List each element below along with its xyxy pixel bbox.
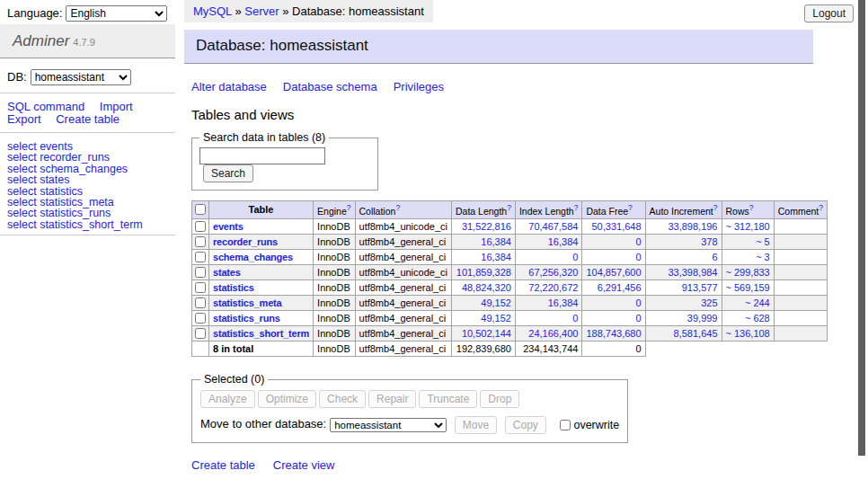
- help-link[interactable]: ?: [347, 203, 351, 212]
- check-button[interactable]: Check: [319, 390, 366, 408]
- cell-index-length-link[interactable]: 16,384: [548, 297, 579, 308]
- cell-data-length-link[interactable]: 48,824,320: [462, 282, 511, 293]
- copy-button[interactable]: Copy: [505, 416, 546, 434]
- rows-link[interactable]: ~ 569,159: [726, 282, 770, 293]
- sidebar-link-import[interactable]: Import: [100, 100, 133, 113]
- db-select[interactable]: homeassistant: [31, 69, 131, 85]
- cell-index-length-link[interactable]: 67,256,320: [528, 267, 578, 278]
- rows-link[interactable]: ~ 299,833: [726, 267, 770, 278]
- help-link[interactable]: ?: [628, 203, 633, 212]
- rows-link[interactable]: ~ 3: [756, 252, 770, 262]
- row-checkbox[interactable]: [195, 236, 206, 247]
- rows-link[interactable]: ~ 5: [756, 236, 770, 247]
- vertical-scrollbar-track[interactable]: [858, 0, 868, 488]
- cell-auto-increment: 913,577: [645, 279, 722, 295]
- row-checkbox[interactable]: [195, 297, 206, 308]
- help-link[interactable]: ?: [749, 203, 754, 212]
- cell-data-length-link[interactable]: 101,859,328: [456, 267, 511, 278]
- row-checkbox[interactable]: [195, 252, 206, 262]
- sidebar-select-statistics_short_term[interactable]: select statistics_short_term: [7, 219, 175, 230]
- cell-data-free-link[interactable]: 0: [635, 252, 641, 262]
- cell-data-length-link[interactable]: 49,152: [481, 313, 511, 324]
- rows-link[interactable]: ~ 312,180: [726, 221, 770, 232]
- cell-index-length-link[interactable]: 0: [572, 252, 578, 262]
- table-link-events[interactable]: events: [213, 221, 244, 232]
- select-all-checkbox[interactable]: [195, 204, 206, 215]
- row-checkbox[interactable]: [195, 328, 206, 339]
- row-checkbox[interactable]: [195, 313, 206, 324]
- cell-data-length-link[interactable]: 10,502,144: [462, 328, 511, 339]
- table-link-statistics_meta[interactable]: statistics_meta: [213, 297, 282, 308]
- drop-button[interactable]: Drop: [480, 390, 519, 408]
- row-checkbox[interactable]: [195, 267, 206, 278]
- cell-auto-increment-link[interactable]: 33,398,984: [668, 267, 717, 278]
- cell-index-length-link[interactable]: 70,467,584: [528, 221, 578, 232]
- row-checkbox[interactable]: [195, 221, 206, 232]
- sidebar-link-sql-command[interactable]: SQL command: [7, 100, 84, 113]
- cell-auto-increment-link[interactable]: 378: [701, 236, 717, 247]
- cell-index-length-link[interactable]: 72,220,672: [528, 282, 578, 293]
- move-button[interactable]: Move: [455, 416, 497, 434]
- cell-data-length-link[interactable]: 16,384: [481, 236, 511, 247]
- move-database-select[interactable]: homeassistant: [330, 418, 447, 432]
- cell-auto-increment-link[interactable]: 8,581,645: [674, 328, 718, 339]
- cell-auto-increment-link[interactable]: 325: [701, 297, 717, 308]
- help-link[interactable]: ?: [395, 203, 400, 212]
- breadcrumb-item[interactable]: MySQL: [193, 4, 232, 18]
- cell-auto-increment-link[interactable]: 39,999: [687, 313, 718, 324]
- db-row: DB: homeassistant: [0, 58, 175, 85]
- sidebar-select-states[interactable]: select states: [7, 174, 175, 185]
- repair-button[interactable]: Repair: [368, 390, 416, 408]
- vertical-scrollbar-thumb[interactable]: [858, 0, 865, 456]
- cell-data-free-link[interactable]: 0: [635, 313, 641, 324]
- help-link[interactable]: ?: [713, 203, 718, 212]
- create-view-link[interactable]: Create view: [273, 458, 335, 472]
- table-link-statistics_short_term[interactable]: statistics_short_term: [213, 328, 309, 339]
- rows-link[interactable]: ~ 628: [745, 313, 770, 324]
- help-link[interactable]: ?: [819, 203, 823, 212]
- cell-data-free-link[interactable]: 6,291,456: [598, 282, 642, 293]
- logout-button[interactable]: Logout: [804, 4, 854, 22]
- cell-index-length-link[interactable]: 16,384: [548, 236, 579, 247]
- cell-data-free-link[interactable]: 188,743,680: [586, 328, 641, 339]
- cell-data-free-link[interactable]: 0: [635, 236, 641, 247]
- cell-data-free-link[interactable]: 0: [635, 297, 641, 308]
- breadcrumb-item[interactable]: Server: [244, 4, 279, 18]
- cell-data-length-link[interactable]: 31,522,816: [462, 221, 511, 232]
- app-name[interactable]: Adminer: [13, 32, 69, 49]
- sidebar-link-export[interactable]: Export: [7, 112, 41, 126]
- cell-data-free-link[interactable]: 50,331,648: [592, 221, 642, 232]
- rows-link[interactable]: ~ 136,108: [726, 328, 770, 339]
- search-button[interactable]: Search: [203, 164, 253, 182]
- cell-data-length-link[interactable]: 49,152: [481, 297, 511, 308]
- sidebar-select-statistics_runs[interactable]: select statistics_runs: [7, 208, 175, 218]
- truncate-button[interactable]: Truncate: [419, 390, 477, 408]
- cell-auto-increment-link[interactable]: 913,577: [682, 282, 718, 293]
- action-link-privileges[interactable]: Privileges: [394, 80, 444, 93]
- table-link-statistics[interactable]: statistics: [213, 282, 254, 293]
- cell-data-length-link[interactable]: 16,384: [481, 252, 511, 262]
- search-input[interactable]: [199, 147, 325, 164]
- create-table-link[interactable]: Create table: [191, 458, 255, 472]
- table-link-recorder_runs[interactable]: recorder_runs: [213, 236, 278, 247]
- help-link[interactable]: ?: [507, 203, 511, 212]
- optimize-button[interactable]: Optimize: [258, 390, 316, 408]
- table-link-states[interactable]: states: [213, 267, 241, 278]
- analyze-button[interactable]: Analyze: [200, 390, 255, 408]
- sidebar-select-recorder_runs[interactable]: select recorder_runs: [7, 152, 175, 163]
- cell-data-free-link[interactable]: 104,857,600: [586, 267, 641, 278]
- cell-auto-increment-link[interactable]: 6: [712, 252, 717, 262]
- sidebar-link-create-table[interactable]: Create table: [56, 112, 120, 126]
- action-link-database-schema[interactable]: Database schema: [283, 80, 377, 93]
- cell-auto-increment-link[interactable]: 33,898,196: [668, 221, 717, 232]
- cell-index-length-link[interactable]: 24,166,400: [528, 328, 578, 339]
- rows-link[interactable]: ~ 244: [745, 297, 770, 308]
- cell-index-length-link[interactable]: 0: [572, 313, 578, 324]
- action-link-alter-database[interactable]: Alter database: [191, 80, 267, 93]
- table-link-schema_changes[interactable]: schema_changes: [213, 252, 293, 262]
- row-checkbox[interactable]: [195, 282, 206, 293]
- table-link-statistics_runs[interactable]: statistics_runs: [213, 313, 280, 324]
- language-select[interactable]: English: [66, 5, 167, 22]
- overwrite-checkbox[interactable]: [560, 420, 571, 430]
- help-link[interactable]: ?: [574, 203, 579, 212]
